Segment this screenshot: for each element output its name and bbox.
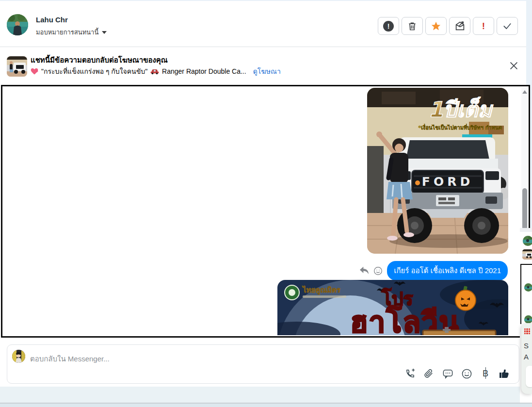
contact-name: Lahu Chr xyxy=(36,16,68,24)
sliver-avatar[interactable] xyxy=(524,283,532,292)
heart-emoji-icon xyxy=(31,68,38,75)
payment-icon: B xyxy=(483,369,488,379)
side-panel-text: S xyxy=(524,342,529,350)
star-button[interactable] xyxy=(425,17,447,35)
scrollbar-thumb[interactable] xyxy=(522,188,527,230)
sliver-top-edge xyxy=(520,228,532,232)
truck-grille-text: FORD xyxy=(422,175,473,189)
react-action[interactable] xyxy=(373,266,383,276)
banner-subtitle: "กระบะที่แข็งแกร่งพอ ๆ กับใจคนขับ" Range… xyxy=(31,66,281,77)
car-emoji-icon xyxy=(150,68,159,75)
banner-ad-name: Ranger Raptor Double Ca... xyxy=(162,67,246,75)
star-icon xyxy=(431,21,441,32)
ad-reply-banner: แชทนี้มีข้อความตอบกลับต่อโฆษณาของคุณ "กร… xyxy=(0,48,526,86)
mark-important-button[interactable]: ! xyxy=(473,17,494,35)
message-row: เกียร์ ออโต้ เชื้อเพลิง ดีเซล ปี 2021 xyxy=(359,261,508,280)
reply-action[interactable] xyxy=(359,266,369,275)
sliver-annotated-panel xyxy=(520,264,532,324)
mark-unread-button[interactable] xyxy=(449,17,470,35)
emoji-button[interactable] xyxy=(461,368,472,379)
avatar-photo xyxy=(7,14,28,35)
chat-scroll-region[interactable]: FORD xyxy=(2,86,529,336)
truck-image: FORD xyxy=(367,88,508,254)
mark-done-button[interactable] xyxy=(497,17,518,35)
report-button[interactable]: ! xyxy=(378,17,399,35)
banner-title: แชทนี้มีข้อความตอบกลับต่อโฆษณาของคุณ xyxy=(31,54,168,66)
header-actions: ! ! xyxy=(378,17,518,35)
emoji-icon xyxy=(461,368,472,379)
halloween-logo-text: ไทยคูณมิตร xyxy=(302,285,341,295)
truck-image-message[interactable]: FORD xyxy=(367,88,508,254)
page-footer-strip xyxy=(0,387,532,403)
assign-label: มอบหมายการสนทนานี้ xyxy=(36,27,98,37)
attachment-icon xyxy=(423,368,434,379)
composer-avatar xyxy=(12,350,25,363)
close-icon xyxy=(510,62,518,70)
assign-conversation-dropdown[interactable]: มอบหมายการสนทนานี้ xyxy=(36,27,107,37)
conversation-header: Lahu Chr มอบหมายการสนทนานี้ ! xyxy=(0,1,526,47)
report-icon: ! xyxy=(383,21,394,32)
composer-avatar-photo xyxy=(12,350,25,363)
side-panel-text: A xyxy=(524,353,529,361)
delete-button[interactable] xyxy=(402,17,423,35)
truck-subline-text: *เงื่อนไขเป็นไปตามที่บริษัทฯ กำหนด xyxy=(419,124,502,131)
like-button[interactable] xyxy=(499,368,510,379)
add-call-button[interactable] xyxy=(404,368,416,379)
add-call-icon xyxy=(404,368,416,379)
chevron-down-icon xyxy=(102,31,107,34)
saved-replies-button[interactable] xyxy=(442,368,453,379)
sliver-avatar[interactable] xyxy=(523,236,532,246)
reply-composer: ตอบกลับใน Messenger... xyxy=(7,344,519,384)
saved-replies-icon xyxy=(442,368,453,379)
side-panel-button[interactable] xyxy=(526,366,532,387)
mark-important-icon: ! xyxy=(482,21,485,32)
halloween-image-message[interactable]: ไทยคูณมิตร โปร ฮาโลวีน xyxy=(277,280,508,335)
banner-quote: "กระบะที่แข็งแกร่งพอ ๆ กับใจคนขับ" xyxy=(41,66,147,77)
banner-close-button[interactable] xyxy=(506,58,521,73)
chat-message-area: FORD xyxy=(1,85,530,338)
ad-thumbnail-image xyxy=(7,56,27,77)
overlapping-window-sliver: S A xyxy=(520,228,532,403)
app-grid-icon[interactable] xyxy=(524,328,530,334)
message-bubble[interactable]: เกียร์ ออโต้ เชื้อเพลิง ดีเซล ปี 2021 xyxy=(387,261,508,280)
composer-toolbar: B xyxy=(404,368,510,379)
ad-thumbnail[interactable] xyxy=(7,56,27,77)
side-overlay-panel: S A xyxy=(521,323,532,394)
delete-icon xyxy=(407,21,417,31)
window-edge-strip xyxy=(0,404,532,407)
view-ad-link[interactable]: ดูโฆษณา xyxy=(253,66,281,77)
sliver-avatar[interactable] xyxy=(524,315,532,324)
reply-input[interactable]: ตอบกลับใน Messenger... xyxy=(30,353,110,365)
truck-headline-text: 1ปีเต็ม xyxy=(428,97,493,122)
mark-done-icon xyxy=(502,21,512,31)
like-icon xyxy=(499,367,510,380)
avatar[interactable] xyxy=(7,14,28,35)
attachment-button[interactable] xyxy=(423,368,435,379)
emoji-react-icon xyxy=(373,266,383,276)
reply-arrow-icon xyxy=(359,266,369,275)
payment-button[interactable]: B xyxy=(480,368,491,379)
sliver-thumbnail[interactable] xyxy=(522,249,532,260)
halloween-image: ไทยคูณมิตร โปร ฮาโลวีน xyxy=(277,280,508,335)
scrollbar-up-arrow-icon[interactable] xyxy=(522,90,527,94)
mark-unread-icon xyxy=(455,21,465,31)
